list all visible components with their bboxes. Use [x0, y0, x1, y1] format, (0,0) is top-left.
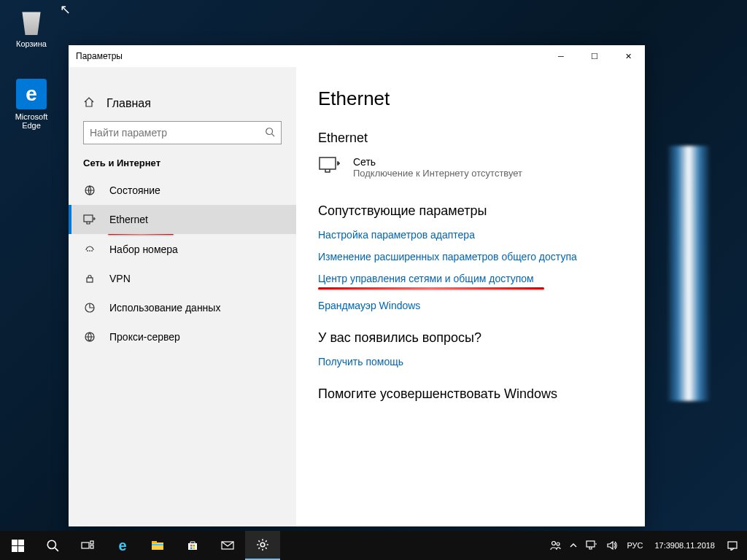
edge-icon: e	[118, 537, 126, 554]
tray-up-icon[interactable]	[565, 531, 581, 560]
home-button[interactable]: Главная	[69, 96, 296, 121]
window-title: Параметры	[76, 51, 544, 61]
svg-rect-2	[84, 215, 93, 222]
network-monitor-icon	[318, 156, 341, 176]
svg-point-21	[552, 542, 556, 545]
questions-heading: У вас появились вопросы?	[318, 330, 623, 346]
clock-time: 17:39	[654, 540, 675, 551]
desktop-edge[interactable]: e Microsoft Edge	[6, 79, 57, 130]
network-status: Подключение к Интернету отсутствует	[353, 168, 522, 179]
improve-heading: Помогите усовершенствовать Windows	[318, 386, 623, 402]
taskbar: e РУС	[0, 531, 747, 560]
dialup-icon	[83, 243, 96, 256]
taskbar-edge[interactable]: e	[105, 531, 140, 560]
close-button[interactable]: ✕	[611, 45, 645, 67]
task-view-button[interactable]	[70, 531, 105, 560]
svg-rect-16	[193, 545, 196, 547]
tray-clock[interactable]: 17:39 08.11.2018	[647, 531, 722, 560]
home-icon	[83, 96, 96, 111]
link-firewall[interactable]: Брандмауэр Windows	[318, 300, 623, 311]
sidebar-item-proxy[interactable]: Прокси-сервер	[69, 322, 296, 351]
ethernet-icon	[83, 213, 96, 226]
taskbar-explorer[interactable]	[140, 531, 175, 560]
tray-notifications[interactable]	[722, 531, 743, 560]
show-desktop-button[interactable]	[743, 531, 747, 560]
cursor-icon: ↖	[60, 1, 71, 18]
svg-rect-14	[188, 543, 197, 550]
vpn-icon	[83, 272, 96, 285]
svg-rect-13	[152, 544, 163, 545]
data-usage-icon	[83, 301, 96, 314]
svg-rect-8	[82, 542, 89, 548]
sidebar-section-label: Сеть и Интернет	[69, 158, 296, 176]
tray-people[interactable]	[545, 531, 565, 560]
svg-point-0	[266, 128, 273, 134]
content-pane: Ethernet Ethernet Сеть Подключение к Инт…	[296, 67, 645, 526]
link-get-help[interactable]: Получить помощь	[318, 356, 623, 368]
sidebar: Главная Сеть и Интернет Состояние	[69, 67, 296, 526]
edge-label: Microsoft Edge	[6, 112, 57, 130]
svg-rect-10	[90, 545, 93, 548]
minimize-button[interactable]: ─	[544, 45, 578, 67]
tray-language[interactable]: РУС	[622, 531, 647, 560]
start-button[interactable]	[0, 531, 35, 560]
home-label: Главная	[107, 97, 151, 110]
sidebar-item-vpn[interactable]: VPN	[69, 264, 296, 293]
sidebar-item-label: Состояние	[109, 184, 160, 196]
search-icon	[265, 127, 275, 139]
svg-rect-9	[90, 541, 93, 544]
annotation-underline-wide	[318, 287, 544, 289]
wallpaper-light	[667, 146, 711, 401]
edge-icon: e	[16, 79, 47, 109]
taskbar-store[interactable]	[175, 531, 210, 560]
taskbar-settings[interactable]	[245, 531, 280, 560]
svg-rect-24	[728, 542, 737, 548]
link-adapter-options[interactable]: Настройка параметров адаптера	[318, 229, 623, 241]
search-box[interactable]	[83, 121, 282, 144]
svg-point-22	[557, 542, 560, 545]
svg-rect-18	[193, 548, 196, 550]
network-entry[interactable]: Сеть Подключение к Интернету отсутствует	[318, 156, 623, 179]
related-heading: Сопутствующие параметры	[318, 203, 623, 219]
clock-date: 08.11.2018	[675, 540, 715, 551]
maximize-button[interactable]: ☐	[578, 45, 611, 67]
svg-rect-6	[320, 158, 336, 169]
titlebar[interactable]: Параметры ─ ☐ ✕	[69, 45, 645, 67]
windows-logo-icon	[12, 540, 24, 552]
svg-point-7	[47, 540, 55, 548]
settings-window: Параметры ─ ☐ ✕ Главная Сеть и	[69, 45, 645, 526]
tray-volume-icon[interactable]	[602, 531, 622, 560]
sidebar-item-dialup[interactable]: Набор номера	[69, 235, 296, 264]
section-ethernet-heading: Ethernet	[318, 131, 623, 146]
sidebar-item-label: Использование данных	[109, 302, 220, 314]
tray-network-icon[interactable]	[581, 531, 602, 560]
sidebar-item-label: Ethernet	[109, 214, 148, 225]
svg-rect-17	[190, 548, 193, 550]
sidebar-item-label: VPN	[109, 273, 131, 284]
sidebar-item-data-usage[interactable]: Использование данных	[69, 293, 296, 322]
recycle-bin-label: Корзина	[6, 39, 57, 48]
taskbar-search[interactable]	[35, 531, 70, 560]
svg-rect-12	[152, 541, 157, 543]
sidebar-item-label: Прокси-сервер	[109, 331, 180, 343]
link-advanced-sharing[interactable]: Изменение расширенных параметров общего …	[318, 251, 623, 262]
status-icon	[83, 184, 96, 197]
page-title: Ethernet	[318, 88, 623, 110]
system-tray: РУС 17:39 08.11.2018	[545, 531, 747, 560]
sidebar-item-ethernet[interactable]: Ethernet	[69, 205, 296, 234]
sidebar-item-status[interactable]: Состояние	[69, 176, 296, 205]
desktop-recycle-bin[interactable]: Корзина	[6, 6, 57, 48]
link-network-center[interactable]: Центр управления сетями и общим доступом	[318, 273, 623, 284]
svg-rect-15	[190, 545, 193, 547]
search-input[interactable]	[90, 127, 265, 139]
sidebar-item-label: Набор номера	[109, 244, 178, 255]
svg-point-20	[260, 542, 265, 547]
recycle-bin-icon	[16, 6, 47, 36]
svg-rect-11	[152, 542, 163, 550]
svg-rect-3	[87, 278, 93, 282]
taskbar-mail[interactable]	[210, 531, 245, 560]
proxy-icon	[83, 330, 96, 343]
svg-rect-23	[587, 541, 595, 547]
network-name: Сеть	[353, 156, 522, 168]
